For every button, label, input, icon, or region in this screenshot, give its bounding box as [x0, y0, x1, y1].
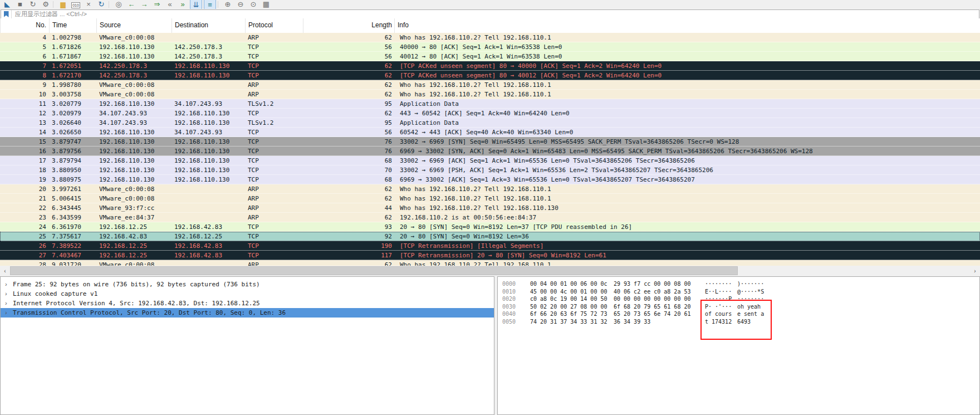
ascii-left: of cours: [705, 310, 733, 318]
cell-destination: 192.168.110.130: [171, 156, 245, 165]
expander-icon[interactable]: ›: [1, 289, 13, 299]
packet-row[interactable]: 16 3.879756 192.168.110.130 192.168.110.…: [0, 147, 980, 156]
packet-row[interactable]: 4 1.002798 VMware_c0:00:08 ARP 62 Who ha…: [0, 33, 980, 42]
cell-length: 68: [303, 156, 394, 165]
packet-row[interactable]: 21 5.006415 VMware_c0:00:08 ARP 62 Who h…: [0, 194, 980, 203]
packet-row[interactable]: 7 1.672051 142.250.178.3 192.168.110.130…: [0, 61, 980, 71]
packet-row[interactable]: 10 3.003758 VMware_c0:00:08 ARP 62 Who h…: [0, 90, 980, 99]
filter-bookmark-button[interactable]: [1, 10, 12, 18]
go-to-packet-icon[interactable]: ⇒: [151, 0, 163, 8]
resize-columns-icon[interactable]: ▦: [261, 0, 272, 8]
column-header-no[interactable]: No.: [0, 18, 49, 33]
cell-source: 142.250.178.3: [96, 71, 171, 80]
cell-info: 192.168.110.2 is at 00:50:56:ee:84:37: [394, 213, 980, 222]
packet-row[interactable]: 24 6.361970 192.168.12.25 192.168.42.83 …: [0, 222, 980, 232]
open-file-icon[interactable]: ▆: [57, 0, 68, 8]
scroll-right-button[interactable]: ›: [970, 266, 980, 276]
packet-row[interactable]: 26 7.389522 192.168.12.25 192.168.42.83 …: [0, 241, 980, 251]
hex-row[interactable]: 0040 6f 66 20 63 6f 75 72 73 65 20 73 65…: [498, 310, 979, 318]
close-file-icon[interactable]: ×: [83, 0, 94, 8]
zoom-out-icon[interactable]: ⊖: [235, 0, 246, 8]
expander-icon[interactable]: ›: [1, 299, 13, 308]
packet-row[interactable]: 22 6.343445 VMware_93:f7:cc ARP 44 Who h…: [0, 203, 980, 213]
toolbar-separator[interactable]: [109, 1, 111, 8]
column-header-protocol[interactable]: Protocol: [245, 18, 303, 33]
packet-row[interactable]: 27 7.403467 192.168.12.25 192.168.42.83 …: [0, 251, 980, 260]
hex-offset: 0020: [502, 295, 521, 303]
hex-bytes-right: 40 06 c2 ee c0 a8 2a 53: [614, 288, 692, 296]
packet-row[interactable]: 23 6.343599 VMware_ee:84:37 ARP 62 192.1…: [0, 213, 980, 222]
go-to-last-icon[interactable]: »: [177, 0, 188, 8]
packet-row[interactable]: 5 1.671826 192.168.110.130 142.250.178.3…: [0, 42, 980, 52]
cell-no: 14: [0, 128, 49, 137]
packet-row[interactable]: 14 3.026650 192.168.110.130 34.107.243.9…: [0, 128, 980, 137]
hex-offset: 0010: [502, 288, 521, 296]
cell-destination: [171, 184, 245, 194]
packet-row[interactable]: 6 1.671867 192.168.110.130 142.250.178.3…: [0, 52, 980, 61]
h-scrollbar[interactable]: ‹ ›: [0, 266, 980, 276]
ascii-left: E··L····: [705, 288, 733, 296]
cell-destination: 192.168.110.130: [171, 147, 245, 156]
cell-source: VMware_c0:00:08: [96, 184, 171, 194]
packet-list-header: No. Time Source Destination Protocol Len…: [0, 18, 980, 33]
packet-row[interactable]: 19 3.880975 192.168.110.130 192.168.110.…: [0, 175, 980, 184]
detail-tcp[interactable]: › Transmission Control Protocol, Src Por…: [1, 308, 494, 318]
colorize-icon[interactable]: ≡: [204, 0, 216, 9]
stop-capture-icon[interactable]: ■: [14, 0, 26, 8]
packet-row[interactable]: 8 1.672170 142.250.178.3 192.168.110.130…: [0, 71, 980, 80]
hex-row[interactable]: 0000 00 04 00 01 00 06 00 0c 29 93 f7 cc…: [498, 280, 979, 288]
detail-frame[interactable]: › Frame 25: 92 bytes on wire (736 bits),…: [1, 280, 494, 289]
zoom-in-icon[interactable]: ⊕: [222, 0, 233, 8]
go-forward-icon[interactable]: →: [139, 0, 150, 8]
display-filter-bar[interactable]: 应用显示过滤器 ... <Ctrl-/>: [1, 9, 979, 19]
capture-options-icon[interactable]: ⚙: [40, 0, 51, 8]
cell-info: 20 → 80 [SYN] Seq=0 Win=8192 Len=36: [394, 232, 980, 241]
h-scrollbar-thumb[interactable]: [10, 266, 738, 275]
toolbar-separator[interactable]: [218, 1, 220, 8]
cell-info: Who has 192.168.110.2? Tell 192.168.110.…: [394, 33, 980, 42]
column-header-info[interactable]: Info: [394, 18, 980, 33]
packet-row[interactable]: 17 3.879794 192.168.110.130 192.168.110.…: [0, 156, 980, 165]
column-header-length[interactable]: Length: [303, 18, 394, 33]
packet-row[interactable]: 18 3.880950 192.168.110.130 192.168.110.…: [0, 165, 980, 175]
restart-capture-icon[interactable]: ↻: [27, 0, 38, 8]
hex-row[interactable]: 0050 74 20 31 37 34 33 31 32 36 34 39 33…: [498, 318, 979, 326]
find-packet-icon[interactable]: ◎: [113, 0, 124, 8]
cell-info: 20 → 80 [SYN] Seq=0 Win=8192 Len=37 [TCP…: [394, 222, 980, 232]
hex-row[interactable]: 0030 50 02 20 00 27 08 00 00 6f 68 20 79…: [498, 303, 979, 311]
detail-row-label: Transmission Control Protocol, Src Port:…: [13, 308, 286, 318]
save-file-icon[interactable]: 010: [70, 0, 81, 8]
expander-icon[interactable]: ›: [1, 280, 13, 289]
cell-length: 56: [303, 52, 394, 61]
detail-linux-cooked-capture[interactable]: › Linux cooked capture v1: [1, 289, 494, 299]
display-filter-input[interactable]: 应用显示过滤器 ... <Ctrl-/>: [12, 10, 87, 18]
packet-row[interactable]: 12 3.020979 34.107.243.93 192.168.110.13…: [0, 109, 980, 118]
packet-row[interactable]: 25 7.375617 192.168.42.83 192.168.12.25 …: [0, 232, 980, 241]
column-header-source[interactable]: Source: [96, 18, 171, 33]
auto-scroll-icon[interactable]: ⇊: [190, 0, 202, 9]
column-header-destination[interactable]: Destination: [171, 18, 245, 33]
packet-row[interactable]: 15 3.879747 192.168.110.130 192.168.110.…: [0, 137, 980, 147]
packet-row[interactable]: 28 9.031720 VMware_c0:00:08 ARP 62 Who h…: [0, 260, 980, 266]
hex-row[interactable]: 0010 45 00 00 4c 00 01 00 00 40 06 c2 ee…: [498, 288, 979, 296]
packet-row[interactable]: 13 3.026640 34.107.243.93 192.168.110.13…: [0, 118, 980, 128]
hex-bytes-left: 6f 66 20 63 6f 75 72 73: [530, 310, 608, 318]
start-capture-icon[interactable]: ◣: [2, 0, 13, 8]
cell-destination: 142.250.178.3: [171, 52, 245, 61]
go-to-first-icon[interactable]: «: [164, 0, 175, 8]
cell-source: 192.168.12.25: [96, 241, 171, 251]
expander-icon[interactable]: ›: [1, 308, 13, 318]
packet-row[interactable]: 20 3.997261 VMware_c0:00:08 ARP 62 Who h…: [0, 184, 980, 194]
zoom-original-icon[interactable]: ⊙: [248, 0, 259, 8]
detail-ipv4[interactable]: › Internet Protocol Version 4, Src: 192.…: [1, 299, 494, 308]
column-header-time[interactable]: Time: [49, 18, 96, 33]
cell-no: 28: [0, 260, 49, 266]
hex-row[interactable]: 0020 c0 a8 0c 19 00 14 00 50 00 00 00 00…: [498, 295, 979, 303]
toolbar-separator[interactable]: [53, 1, 56, 8]
cell-time: 3.020979: [49, 109, 96, 118]
packet-row[interactable]: 11 3.020779 192.168.110.130 34.107.243.9…: [0, 99, 980, 109]
reload-icon[interactable]: ↻: [96, 0, 107, 8]
scroll-left-button[interactable]: ‹: [0, 266, 10, 276]
go-back-icon[interactable]: ←: [126, 0, 137, 8]
packet-row[interactable]: 9 1.998780 VMware_c0:00:08 ARP 62 Who ha…: [0, 80, 980, 90]
